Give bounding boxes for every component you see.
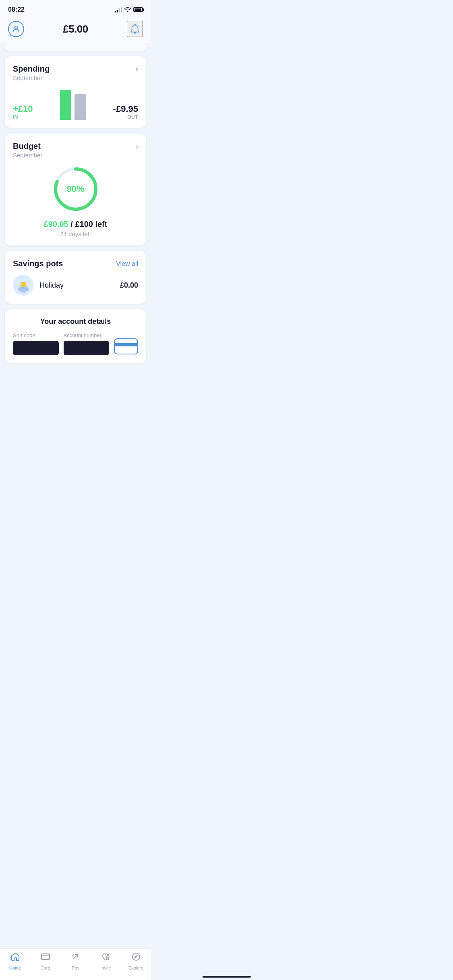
sort-code-value-redacted [13, 341, 59, 355]
status-icons [115, 6, 143, 13]
svg-point-5 [21, 282, 26, 287]
spending-bar-chart [60, 88, 86, 120]
budget-title: Budget [13, 142, 42, 151]
budget-amount-total: / £100 left [68, 220, 108, 229]
spending-card[interactable]: Spending September › +£10 IN -£9.95 OUT [5, 56, 146, 128]
status-time: 08:22 [8, 6, 25, 13]
wifi-icon [124, 6, 131, 13]
card-stripe [115, 343, 137, 346]
pot-item-holiday[interactable]: Holiday £0.00 [13, 275, 138, 296]
account-details-card: Your account details Sort code Account n… [5, 309, 146, 363]
spending-in-label: IN [13, 114, 33, 120]
budget-chevron: › [136, 142, 138, 151]
holiday-pot-svg [15, 277, 31, 293]
avatar-button[interactable] [8, 21, 24, 37]
spending-subtitle: September [13, 74, 50, 81]
card-thumbnail [114, 332, 138, 355]
account-details-title: Your account details [13, 317, 138, 326]
header: £5.00 [0, 18, 151, 43]
budget-title-group: Budget September [13, 142, 42, 159]
avatar-icon [12, 25, 21, 33]
svg-point-0 [14, 26, 17, 29]
spending-card-header: Spending September › [13, 64, 138, 81]
account-number-label: Account number [64, 332, 110, 338]
budget-card-header: Budget September › [13, 142, 138, 159]
budget-amount-highlight: £90.05 [44, 220, 68, 229]
savings-pots-card: Savings pots View all Holiday £0.00 [5, 251, 146, 304]
spending-out-label: OUT [113, 114, 138, 120]
scroll-content: Spending September › +£10 IN -£9.95 OUT … [0, 43, 151, 401]
account-number-value-redacted [64, 341, 110, 355]
budget-body: 90% £90.05 / £100 left 24 days left [13, 165, 138, 237]
status-bar: 08:22 [0, 0, 151, 18]
battery-icon [133, 7, 143, 12]
spending-out: -£9.95 OUT [113, 104, 138, 120]
account-number-field: Account number [64, 332, 110, 355]
partial-card-top [5, 43, 146, 51]
budget-amounts: £90.05 / £100 left [44, 220, 108, 229]
donut-label: 90% [66, 184, 84, 194]
spending-out-amount: -£9.95 [113, 104, 138, 114]
budget-days: 24 days left [60, 231, 91, 237]
spending-body: +£10 IN -£9.95 OUT [13, 88, 138, 120]
spending-title-group: Spending September [13, 64, 50, 81]
account-fields: Sort code Account number [13, 332, 138, 355]
pot-amount-holiday: £0.00 [120, 281, 138, 290]
sort-code-label: Sort code [13, 332, 59, 338]
bar-out [74, 94, 86, 120]
view-all-button[interactable]: View all [116, 260, 138, 268]
signal-icon [115, 7, 122, 12]
budget-card[interactable]: Budget September › 90% £90.05 / £100 lef… [5, 134, 146, 245]
pot-name-holiday: Holiday [39, 281, 120, 290]
budget-donut: 90% [52, 165, 100, 213]
spending-title: Spending [13, 64, 50, 74]
bell-icon [130, 24, 140, 34]
pot-icon-holiday [13, 275, 34, 296]
spending-in: +£10 IN [13, 104, 33, 120]
spending-in-amount: +£10 [13, 104, 33, 114]
savings-header: Savings pots View all [13, 259, 138, 268]
sort-code-field: Sort code [13, 332, 59, 355]
savings-pots-title: Savings pots [13, 259, 63, 268]
balance-display: £5.00 [63, 23, 88, 35]
spending-chevron: › [136, 65, 138, 74]
account-card-image [114, 338, 138, 354]
bar-in [60, 90, 71, 120]
notifications-button[interactable] [127, 21, 143, 37]
budget-subtitle: September [13, 152, 42, 159]
